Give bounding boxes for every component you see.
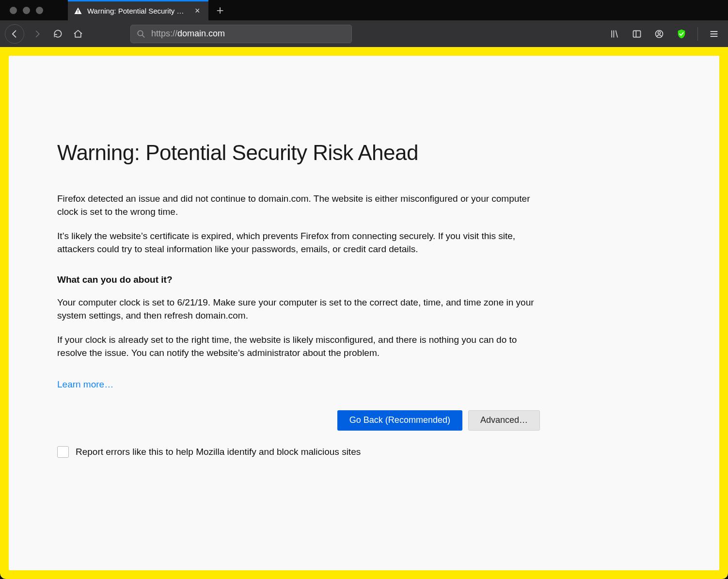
forward-button[interactable] [28,25,47,43]
report-errors-checkbox[interactable] [57,446,69,458]
report-errors-label: Report errors like this to help Mozilla … [76,447,361,457]
report-errors-row: Report errors like this to help Mozilla … [57,446,540,458]
browser-toolbar: https://domain.com [0,20,728,47]
window-zoom-dot[interactable] [36,7,43,14]
url-domain: domain.com [177,29,225,38]
warning-paragraph-4: If your clock is already set to the righ… [57,333,540,360]
protection-shield-icon[interactable] [672,25,691,43]
action-buttons: Go Back (Recommended) Advanced… [57,410,540,431]
warning-page: Warning: Potential Security Risk Ahead F… [9,56,719,570]
url-bar[interactable]: https://domain.com [130,25,352,43]
svg-line-3 [142,35,144,37]
app-menu-button[interactable] [705,25,723,43]
content-viewport: Warning: Potential Security Risk Ahead F… [0,47,728,579]
warning-paragraph-2: It’s likely the website’s certificate is… [57,229,540,256]
window-minimize-dot[interactable] [23,7,30,14]
sidebar-button[interactable] [628,25,646,43]
warning-paragraph-1: Firefox detected an issue and did not co… [57,192,540,219]
go-back-button[interactable]: Go Back (Recommended) [337,410,462,431]
warning-paragraph-3: Your computer clock is set to 6/21/19. M… [57,296,540,322]
warning-heading: Warning: Potential Security Risk Ahead [57,141,540,165]
tab-close-icon[interactable]: × [194,6,201,16]
url-text: https://domain.com [151,29,225,39]
svg-line-6 [616,31,617,37]
search-icon [137,30,145,38]
back-button[interactable] [5,24,24,44]
svg-rect-7 [633,31,641,37]
browser-tab-active[interactable]: Warning: Potential Security Risk × [68,0,208,20]
reload-button[interactable] [48,25,67,43]
what-can-you-do-heading: What can you do about it? [57,274,540,285]
svg-rect-1 [78,12,79,13]
tab-title: Warning: Potential Security Risk [87,7,189,15]
svg-rect-0 [78,10,79,12]
window-close-dot[interactable] [10,7,17,14]
account-button[interactable] [650,25,668,43]
svg-point-10 [658,32,661,34]
url-scheme: https:// [151,29,177,38]
window-controls [0,0,68,20]
toolbar-right-cluster [605,25,723,43]
home-button[interactable] [69,25,87,43]
toolbar-separator [697,27,698,41]
warning-triangle-icon [74,7,82,16]
library-button[interactable] [605,25,624,43]
learn-more-link[interactable]: Learn more… [57,379,113,390]
advanced-button[interactable]: Advanced… [468,410,540,431]
warning-content: Warning: Potential Security Risk Ahead F… [57,141,540,458]
new-tab-button[interactable]: + [208,0,232,20]
titlebar: Warning: Potential Security Risk × + [0,0,728,20]
